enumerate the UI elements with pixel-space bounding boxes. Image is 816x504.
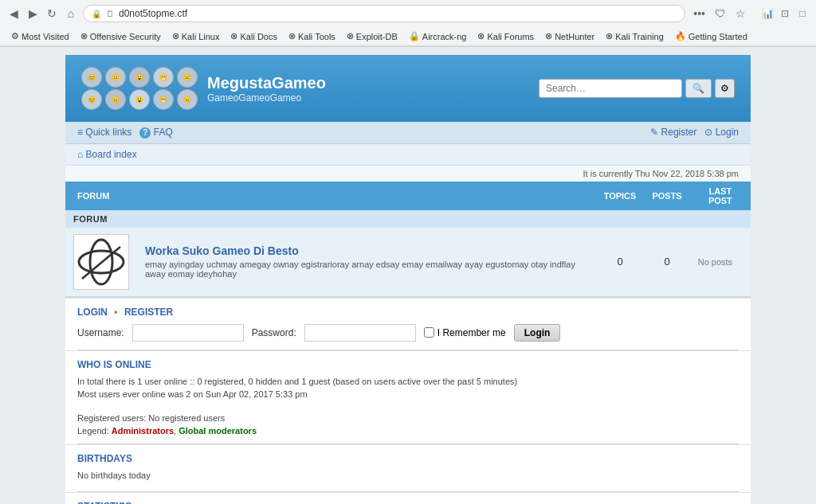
col-topics-header: TOPICS: [596, 182, 645, 210]
bookmark-label: Exploit-DB: [356, 32, 398, 41]
window-menu-button[interactable]: ⊡: [778, 6, 792, 21]
wio-line2: Most users ever online was 2 on Sun Apr …: [77, 389, 739, 399]
bookmark-icon-9: ⊗: [545, 31, 552, 41]
register-section-link[interactable]: REGISTER: [124, 307, 173, 318]
avatar-7: 😐: [105, 89, 126, 110]
bookmark-icon-8: ⊗: [477, 31, 484, 41]
avatar-9: 😁: [153, 89, 174, 110]
quick-links-icon: ≡: [77, 127, 83, 138]
bookmark-icon-2: ⊗: [80, 31, 88, 41]
register-icon: ✎: [650, 127, 658, 138]
forum-nav-right: ✎ Register ⊙ Login: [650, 127, 739, 138]
search-input[interactable]: [539, 79, 682, 98]
browser-action-buttons: ••• 🛡 ☆: [690, 6, 749, 21]
faq-icon: ?: [139, 127, 151, 139]
forum-svg-icon: [74, 235, 128, 289]
bookmark-kali-docs[interactable]: ⊗ Kali Docs: [226, 29, 281, 43]
advanced-search-button[interactable]: ⚙: [715, 79, 735, 98]
login-section: LOGIN • REGISTER Username: Password: I R…: [65, 297, 751, 350]
bookmark-exploit-db[interactable]: ⊗ Exploit-DB: [342, 29, 402, 43]
forum-nav-left: ≡ Quick links ? FAQ: [77, 127, 173, 139]
remember-me-label: I Remember me: [437, 327, 506, 338]
bookmark-label: Offensive Security: [90, 32, 161, 41]
more-button[interactable]: •••: [690, 6, 708, 21]
browser-toolbar: ◀ ▶ ↻ ⌂ 🔒 🗒 d0not5topme.ctf ••• 🛡 ☆ 📊 ⊡ …: [0, 0, 816, 27]
maximize-button[interactable]: □: [795, 6, 810, 21]
bookmark-label: Kali Docs: [240, 32, 277, 41]
legend-label: Legend:: [77, 426, 109, 436]
page-content: 😊 😐 😮 😁 😑 😊 😐 😮 😁 😑 MegustaGameo GameoGa…: [0, 47, 816, 504]
login-title-text: LOGIN: [77, 307, 108, 318]
bookmark-button[interactable]: ☆: [732, 6, 749, 21]
bookmark-label: Kali Training: [615, 32, 664, 41]
bookmark-label: Aircrack-ng: [422, 32, 467, 41]
forum-image: [73, 234, 129, 290]
login-link[interactable]: ⊙ Login: [704, 127, 739, 138]
address-icon2: 🗒: [106, 10, 114, 18]
breadcrumb-home[interactable]: ⌂ Board index: [77, 149, 137, 160]
legend-mod-link[interactable]: Global moderators: [178, 426, 257, 436]
bookmark-label: Kali Tools: [298, 32, 335, 41]
bookmark-kali-tools[interactable]: ⊗ Kali Tools: [284, 29, 340, 43]
bookmark-aircrack-ng[interactable]: 🔒 Aircrack-ng: [404, 29, 472, 43]
bookmark-label: Getting Started: [688, 32, 747, 41]
forum-logo: 😊 😐 😮 😁 😑 😊 😐 😮 😁 😑 MegustaGameo GameoGa…: [81, 67, 326, 110]
address-text: d0not5topme.ctf: [119, 8, 677, 19]
bookmark-getting-started[interactable]: 🔥 Getting Started: [670, 29, 752, 43]
faq-label: FAQ: [154, 127, 173, 138]
forum-name-link[interactable]: Worka Suko Gameo Di Besto: [145, 244, 299, 257]
home-icon: ⌂: [77, 149, 83, 160]
remember-me-group: I Remember me: [424, 327, 506, 338]
username-input[interactable]: [132, 324, 244, 342]
wio-title: WHO IS ONLINE: [77, 359, 739, 370]
forum-section-header-row: FORUM: [65, 210, 751, 228]
bookmark-offensive-security[interactable]: ⊗ Offensive Security: [76, 29, 166, 43]
who-is-online-section: WHO IS ONLINE In total there is 1 user o…: [65, 350, 751, 443]
login-form: Username: Password: I Remember me Login: [77, 324, 739, 342]
bookmark-kali-forums[interactable]: ⊗ Kali Forums: [473, 29, 539, 43]
bookmark-nethunter[interactable]: ⊗ NetHunter: [540, 29, 599, 43]
address-bar[interactable]: 🔒 🗒 d0not5topme.ctf: [83, 5, 685, 22]
extensions-button[interactable]: 📊: [760, 6, 775, 21]
password-input[interactable]: [304, 324, 416, 342]
col-forum-header: FORUM: [65, 182, 596, 210]
bookmark-lock-icon: 🔒: [409, 31, 420, 41]
bookmark-icon-5: ⊗: [288, 31, 296, 41]
birthdays-text: No birthdays today: [77, 471, 739, 480]
remember-me-checkbox[interactable]: [424, 327, 434, 338]
back-button[interactable]: ◀: [6, 6, 21, 21]
bookmark-label: Kali Forums: [487, 32, 534, 41]
breadcrumb-bar: ⌂ Board index: [65, 144, 751, 166]
login-label: Login: [716, 127, 739, 138]
bookmark-most-visited[interactable]: ⚙ Most Visited: [6, 29, 74, 43]
registered-value: No registered users: [148, 413, 225, 423]
table-row: Worka Suko Gameo Di Besto emay ayingday …: [65, 228, 751, 297]
avatar-10: 😑: [177, 89, 198, 110]
bookmark-icon-10: ⊗: [606, 31, 613, 41]
avatar-5: 😑: [177, 67, 198, 88]
avatar-4: 😁: [153, 67, 174, 88]
legend-admin-link[interactable]: Administrators: [112, 426, 174, 436]
bookmark-label: Kali Linux: [182, 32, 220, 41]
bookmark-kali-linux[interactable]: ⊗ Kali Linux: [167, 29, 225, 43]
forum-description: emay ayingday uchmay amegay ownay egistr…: [145, 260, 588, 279]
bookmark-label: NetHunter: [555, 32, 594, 41]
home-button[interactable]: ⌂: [64, 6, 78, 21]
forum-avatars: 😊 😐 😮 😁 😑 😊 😐 😮 😁 😑: [81, 67, 199, 110]
faq-link[interactable]: ? FAQ: [139, 127, 172, 139]
bookmark-kali-training[interactable]: ⊗ Kali Training: [601, 29, 669, 43]
forum-container: 😊 😐 😮 😁 😑 😊 😐 😮 😁 😑 MegustaGameo GameoGa…: [65, 55, 751, 504]
login-button[interactable]: Login: [514, 324, 561, 342]
register-link[interactable]: ✎ Register: [650, 127, 696, 138]
forum-nav: ≡ Quick links ? FAQ ✎ Register ⊙ Login: [65, 122, 751, 144]
shield-button[interactable]: 🛡: [712, 6, 729, 21]
quick-links-menu[interactable]: ≡ Quick links: [77, 127, 131, 138]
bookmark-icon-4: ⊗: [230, 31, 237, 41]
search-button[interactable]: 🔍: [685, 79, 712, 98]
refresh-button[interactable]: ↻: [45, 6, 59, 21]
date-bar: It is currently Thu Nov 22, 2018 5:38 pm: [65, 166, 751, 182]
forward-button[interactable]: ▶: [26, 6, 40, 21]
forum-subtitle: GameoGameoGameo: [207, 92, 326, 104]
wio-line1: In total there is 1 user online :: 0 reg…: [77, 377, 739, 386]
forum-header: 😊 😐 😮 😁 😑 😊 😐 😮 😁 😑 MegustaGameo GameoGa…: [65, 55, 751, 122]
